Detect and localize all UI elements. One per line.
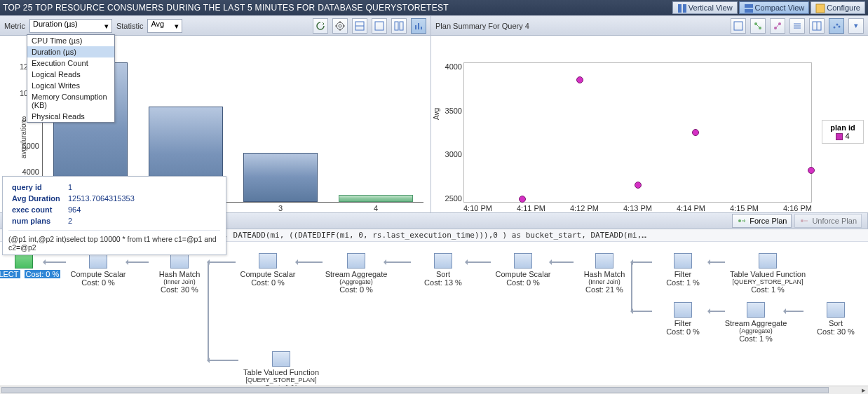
plan-toolbar: Force Plan Unforce Plan [726,212,868,229]
scatter-point[interactable] [692,129,699,136]
metric-option[interactable]: Memory Consumption (KB) [27,91,114,111]
configure-button[interactable]: Configure [811,1,865,14]
metric-dropdown[interactable]: CPU Time (µs)Duration (µs)Execution Coun… [27,34,115,123]
op-tvf1[interactable]: Table Valued Function[QUERY_STORE_PLAN]C… [715,253,820,294]
op-select[interactable]: SELECT Cost: 0 % [0,253,63,278]
svg-point-6 [339,25,341,27]
tooltip-val-exec: 964 [66,205,137,215]
r-btn-3[interactable] [770,18,785,34]
force-plan-button[interactable]: Force Plan [732,214,792,228]
svg-point-5 [337,22,344,29]
svg-rect-13 [375,22,384,30]
compute-scalar-icon [259,253,277,269]
nodes-icon [753,21,763,31]
vertical-view-button[interactable]: Vertical View [672,1,738,14]
metric-select[interactable]: Duration (µs)▾ [29,19,112,33]
metric-option[interactable]: Execution Count [27,57,114,69]
target-button[interactable] [332,18,348,34]
scatter-point[interactable] [576,76,583,83]
compute-scalar-icon [89,253,107,269]
tooltip-sql: (@p1 int,@p2 int)select top 10000 * from… [8,230,220,252]
r-btn-6[interactable] [829,18,844,34]
chevron-down-icon: ▾ [104,22,109,31]
scatter-point[interactable] [519,196,526,203]
svg-rect-4 [816,4,825,13]
r-btn-1[interactable] [731,18,746,34]
filter-icon [674,302,692,318]
r-btn-5[interactable] [809,18,825,34]
compact-view-button[interactable]: Compact View [739,1,810,14]
scroll-thumb[interactable] [1,387,829,393]
bar-chart-icon [414,21,423,31]
chart-view-button[interactable] [411,18,426,34]
op-flt2[interactable]: FilterCost: 0 % [644,302,722,336]
view2-button[interactable] [372,18,387,34]
op-sort1[interactable]: SortCost: 13 % [404,253,482,287]
r-btn-2[interactable] [750,18,766,34]
execution-plan[interactable]: SELECT Cost: 0 % Compute ScalarCost: 0 %… [0,242,868,386]
compact-view-icon [744,4,752,12]
metric-option[interactable]: Duration (µs) [27,46,114,57]
op-cs2[interactable]: Compute ScalarCost: 0 % [229,253,307,287]
svg-point-33 [839,25,841,27]
refresh-button[interactable] [313,18,328,34]
svg-rect-2 [745,4,753,8]
svg-point-32 [836,23,839,25]
svg-rect-0 [678,4,681,13]
compute-scalar-icon [514,253,532,269]
unforce-plan-button[interactable]: Unforce Plan [794,214,862,228]
tooltip-val-plans: 2 [66,216,137,226]
svg-point-35 [801,219,803,222]
stream-aggregate-icon [347,253,365,269]
horizontal-scrollbar[interactable]: ◂ ▸ [0,386,868,394]
legend-item: 4 [825,132,860,140]
tooltip-key-dur: Avg Duration [10,193,65,203]
op-sort2[interactable]: SortCost: 30 % [796,302,868,336]
nodes2-icon [773,21,782,31]
connector [631,261,632,312]
view1-button[interactable] [352,18,367,34]
svg-rect-14 [395,22,398,30]
svg-line-22 [757,25,759,27]
op-tvf2[interactable]: Table Valued Function[QUERY_STORE_PLAN]C… [229,351,334,386]
bar[interactable] [243,153,318,202]
r-btn-4[interactable] [789,18,805,34]
window-icon [374,21,384,31]
svg-rect-15 [400,22,403,30]
legend: plan id 4 [822,120,864,144]
metric-option[interactable]: Logical Reads [27,69,114,80]
chevron-down-icon: ▾ [854,21,858,30]
op-cs1[interactable]: Compute ScalarCost: 0 % [59,253,137,287]
tooltip-key-plans: num plans [10,216,65,226]
view3-button[interactable] [391,18,407,34]
svg-rect-18 [421,27,422,29]
tooltip-key-exec: exec count [10,205,65,215]
statistic-select[interactable]: Avg▾ [147,19,182,33]
metric-option[interactable]: Logical Writes [27,80,114,91]
scatter-point[interactable] [635,182,642,189]
legend-title: plan id [825,123,860,132]
left-toolbar: Metric Duration (µs)▾ Statistic Avg▾ [0,16,430,36]
op-cs3[interactable]: Compute ScalarCost: 0 % [484,253,562,287]
svg-line-25 [776,25,779,27]
svg-point-34 [738,219,741,222]
right-plot-area[interactable] [463,62,812,203]
metric-option[interactable]: CPU Time (µs) [27,35,114,46]
scroll-right-icon[interactable]: ▸ [860,386,868,394]
refresh-icon [316,21,325,31]
bar[interactable] [339,195,413,202]
scatter-point[interactable] [808,167,815,174]
list-icon [792,21,802,31]
tooltip-val-query: 1 [66,182,137,192]
plan-summary-title: Plan Summary For Query 4 [435,22,529,30]
right-pane: Plan Summary For Query 4 ▾ Avg 400035003… [431,16,868,228]
op-flt1[interactable]: FilterCost: 1 % [644,253,722,287]
right-toolbar: Plan Summary For Query 4 ▾ [431,16,868,36]
r-btn-7[interactable]: ▾ [848,18,864,34]
statistic-label: Statistic [116,22,144,30]
tooltip-key-query: query id [10,182,65,192]
grid2-icon [394,21,404,31]
unforce-plan-icon [799,216,809,226]
legend-swatch [836,133,843,140]
metric-option[interactable]: Physical Reads [27,111,114,122]
